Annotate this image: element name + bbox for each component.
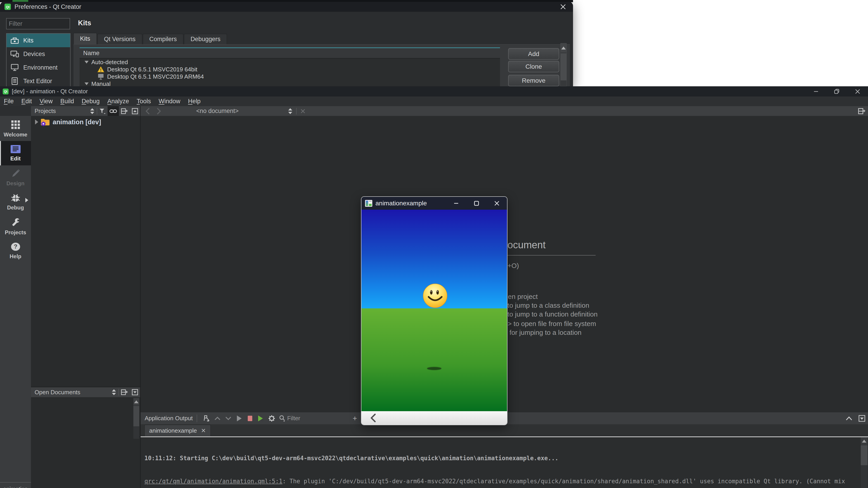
menu-view[interactable]: View <box>36 98 57 105</box>
console-scrollbar[interactable] <box>861 437 868 488</box>
kits-group-row[interactable]: Manual <box>80 80 500 86</box>
source-link[interactable]: qrc:/qt/qml/animation/animation.qml:5:1 <box>145 478 282 485</box>
mode-debug[interactable]: Debug <box>0 190 31 214</box>
filter-tree-button[interactable] <box>97 106 107 116</box>
output-tab-animationexample[interactable]: animationexample ✕ <box>145 425 211 436</box>
target-selector[interactable]: animation Debug2 <box>0 482 31 488</box>
target-project-name: animation <box>0 486 31 488</box>
menu-window[interactable]: Window <box>155 98 184 105</box>
back-arrow-icon[interactable] <box>369 413 377 423</box>
project-tree-item[interactable]: animation [dev] <box>31 117 101 127</box>
mode-label: Design <box>6 180 24 187</box>
chevron-up-icon <box>214 416 221 420</box>
link-with-editor-button[interactable] <box>107 106 119 116</box>
category-item-kits[interactable]: Kits <box>6 34 70 47</box>
menu-build[interactable]: Build <box>57 98 78 105</box>
close-pane-button[interactable] <box>130 387 140 397</box>
menu-edit[interactable]: Edit <box>18 98 36 105</box>
expanded-triangle-icon[interactable] <box>85 61 89 64</box>
collapsed-arrow-icon[interactable] <box>35 120 38 125</box>
kits-table-header[interactable]: Name <box>80 48 500 59</box>
open-document-selector[interactable]: <no document> <box>196 107 239 115</box>
mode-projects[interactable]: Projects <box>0 214 31 238</box>
rerun-debug-button[interactable] <box>255 412 266 424</box>
kit-row[interactable]: Desktop Qt 6.5.1 MSVC2019 ARM64 <box>80 73 500 80</box>
category-label: Environment <box>23 64 58 71</box>
menu-tools[interactable]: Tools <box>133 98 155 105</box>
close-document-button[interactable] <box>298 106 307 116</box>
previous-item-button[interactable] <box>212 412 223 424</box>
output-filter-input[interactable]: Filter <box>287 415 300 422</box>
run-button[interactable] <box>234 412 245 424</box>
scroll-up-button[interactable] <box>861 437 868 445</box>
menu-debug[interactable]: Debug <box>78 98 103 105</box>
menu-analyze[interactable]: Analyze <box>103 98 133 105</box>
preferences-filter-input[interactable] <box>6 18 70 29</box>
minimize-button[interactable] <box>806 86 827 96</box>
mode-help[interactable]: ? Help <box>0 238 31 263</box>
split-pane-button[interactable] <box>119 106 130 116</box>
debug-submenu-arrow-icon[interactable] <box>25 198 28 202</box>
minimize-button[interactable] <box>446 197 466 210</box>
tab-kits[interactable]: Kits <box>73 33 97 44</box>
mode-label: Edit <box>10 156 21 162</box>
next-item-button[interactable] <box>223 412 234 424</box>
category-label: Kits <box>23 37 33 44</box>
close-panel-icon[interactable] <box>859 415 865 422</box>
go-forward-button[interactable] <box>153 106 164 116</box>
maximize-panel-icon[interactable] <box>845 416 852 421</box>
mode-welcome[interactable]: Welcome <box>0 117 31 141</box>
minimize-icon <box>453 200 459 206</box>
document-combo-arrows[interactable] <box>286 106 294 116</box>
main-titlebar[interactable]: Qt [dev] - animation - Qt Creator <box>0 86 868 96</box>
tab-compilers[interactable]: Compilers <box>143 34 184 44</box>
pane-switch-combo[interactable] <box>110 387 119 397</box>
close-tab-icon[interactable]: ✕ <box>201 427 206 434</box>
category-item-text-editor[interactable]: Text Editor <box>6 74 70 86</box>
restore-button[interactable] <box>827 86 847 96</box>
scrollbar-thumb[interactable] <box>561 53 566 80</box>
remove-button[interactable]: Remove <box>508 75 559 86</box>
app-bottom-toolbar <box>362 411 507 425</box>
clone-button[interactable]: Clone <box>508 61 559 72</box>
kit-row[interactable]: Desktop Qt 6.5.1 MSVC2019 64bit <box>80 66 500 73</box>
close-icon <box>560 4 566 10</box>
mode-edit[interactable]: Edit <box>0 141 31 165</box>
kits-scrollbar[interactable] <box>560 43 567 86</box>
expanded-triangle-icon[interactable] <box>85 83 89 85</box>
close-button[interactable] <box>487 197 507 210</box>
go-back-button[interactable] <box>142 106 153 116</box>
output-settings-button[interactable] <box>266 412 277 424</box>
add-output-pane-button[interactable]: + <box>352 412 357 424</box>
menu-file[interactable]: File <box>0 98 18 105</box>
add-button[interactable]: Add <box>508 48 559 60</box>
close-button[interactable] <box>847 86 868 96</box>
category-item-devices[interactable]: Devices <box>6 47 70 61</box>
pane-switch-combo[interactable] <box>88 106 97 116</box>
split-pane-button[interactable] <box>119 387 130 397</box>
menu-help[interactable]: Help <box>184 98 205 105</box>
category-item-environment[interactable]: Environment <box>6 61 70 74</box>
split-editor-button[interactable] <box>855 106 868 116</box>
preferences-titlebar[interactable]: Qt Preferences - Qt Creator <box>0 2 573 12</box>
collapse-pane-button[interactable] <box>130 106 140 116</box>
stop-button[interactable] <box>245 412 255 424</box>
scrollbar-thumb[interactable] <box>861 445 868 465</box>
scroll-up-button[interactable] <box>133 398 139 405</box>
preferences-dialog: Qt Preferences - Qt Creator Kits Kits <box>0 2 573 86</box>
open-documents-scrollbar[interactable] <box>133 398 139 439</box>
mode-label: Debug <box>7 204 24 211</box>
maximize-button[interactable] <box>466 197 487 210</box>
console-output[interactable]: 10:11:12: Starting C:\dev\build\qt5-dev-… <box>141 437 859 488</box>
placeholder-shortcut-fragment: +O) <box>507 262 519 269</box>
tab-debuggers[interactable]: Debuggers <box>184 34 227 44</box>
kits-group-row[interactable]: Auto-detected <box>80 59 500 66</box>
preferences-close-button[interactable] <box>558 3 568 10</box>
scroll-up-button[interactable] <box>561 43 566 53</box>
filter-output-button[interactable] <box>277 412 287 424</box>
scrollbar-thumb[interactable] <box>133 406 139 426</box>
tab-qt-versions[interactable]: Qt Versions <box>97 34 142 44</box>
clear-output-button[interactable] <box>201 412 212 424</box>
app-titlebar[interactable]: animationexample <box>362 197 507 210</box>
smiley-face[interactable] <box>423 283 447 308</box>
